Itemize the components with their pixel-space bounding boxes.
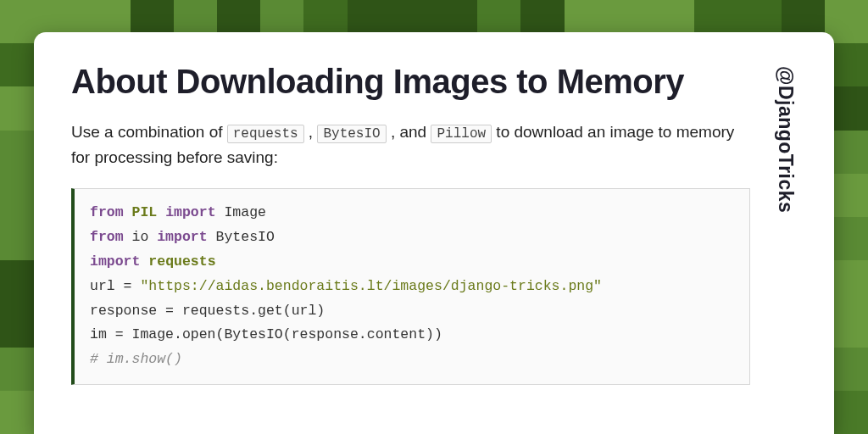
inline-code-bytesio: BytesIO bbox=[317, 125, 386, 143]
description: Use a combination of requests , BytesIO … bbox=[71, 120, 750, 170]
inline-code-requests: requests bbox=[227, 125, 304, 143]
content-card: About Downloading Images to Memory Use a… bbox=[34, 32, 834, 434]
main-column: About Downloading Images to Memory Use a… bbox=[71, 63, 750, 434]
desc-text: Use a combination of bbox=[71, 123, 227, 141]
inline-code-pillow: Pillow bbox=[431, 125, 492, 143]
page-title: About Downloading Images to Memory bbox=[71, 63, 750, 101]
twitter-handle[interactable]: @DjangoTricks bbox=[774, 63, 797, 434]
code-block: from PIL import Image from io import Byt… bbox=[71, 188, 750, 385]
